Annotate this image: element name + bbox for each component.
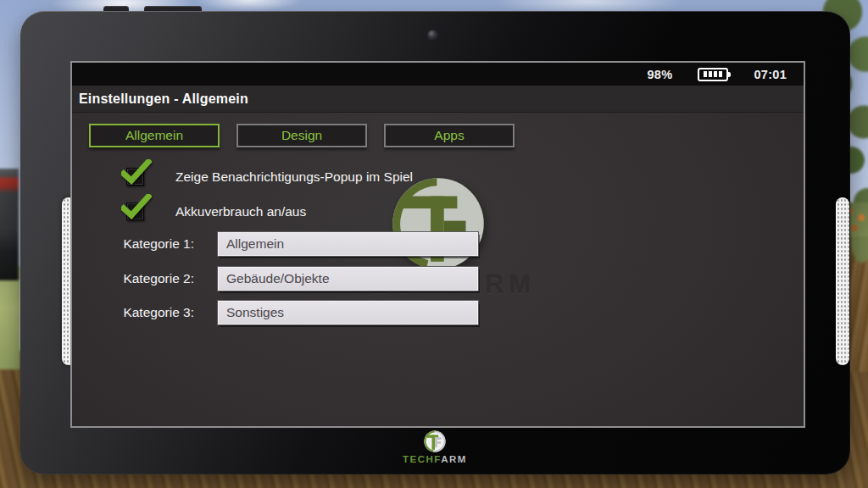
tractor bbox=[0, 169, 19, 280]
techfarm-brand-text: TECHFARM bbox=[363, 454, 507, 464]
clock: 07:01 bbox=[754, 68, 787, 81]
checkbox-label: Akkuverbrauch an/aus bbox=[175, 202, 306, 220]
grass-left bbox=[0, 266, 20, 369]
techfarm-watermark-logo-icon bbox=[391, 176, 486, 271]
techfarm-logo-icon bbox=[423, 430, 447, 453]
game-screenshot: 98% 07:01 Einstellungen - Allgemein bbox=[0, 0, 868, 488]
kategorie-3-input[interactable] bbox=[218, 301, 478, 324]
page-title: Einstellungen - Allgemein bbox=[79, 92, 248, 107]
kategorie-2-input[interactable] bbox=[218, 267, 478, 291]
battery-icon bbox=[698, 68, 728, 81]
tab-allgemein[interactable]: Allgemein bbox=[89, 124, 220, 147]
speaker-grille-right-icon bbox=[836, 197, 849, 365]
front-camera-icon bbox=[428, 30, 437, 39]
tab-apps[interactable]: Apps bbox=[384, 124, 515, 147]
title-bar: Einstellungen - Allgemein bbox=[72, 86, 804, 113]
brand-text-silver: ARM bbox=[441, 454, 467, 464]
tablet-device: 98% 07:01 Einstellungen - Allgemein bbox=[20, 11, 850, 474]
checkbox-label: Zeige Benachrichtigungs-Popup im Spiel bbox=[175, 168, 413, 186]
tab-design[interactable]: Design bbox=[236, 124, 367, 147]
checkbox-popup[interactable] bbox=[126, 168, 144, 186]
battery-percent: 98% bbox=[647, 68, 672, 81]
settings-tabs: Allgemein Design Apps bbox=[89, 124, 515, 147]
kategorie-2-label: Kategorie 2: bbox=[103, 267, 194, 291]
brand-text-green: TECHF bbox=[403, 454, 441, 464]
tablet-screen: 98% 07:01 Einstellungen - Allgemein bbox=[70, 61, 805, 428]
settings-content: TECHFARM Allgemein Design Apps Zeige Ben… bbox=[72, 113, 804, 428]
status-bar: 98% 07:01 bbox=[72, 63, 804, 86]
kategorie-1-input[interactable] bbox=[218, 232, 478, 256]
kategorie-1-label: Kategorie 1: bbox=[103, 232, 194, 256]
techfarm-brand: TECHFARM bbox=[363, 430, 507, 464]
kategorie-3-label: Kategorie 3: bbox=[103, 301, 194, 324]
checkbox-battery[interactable] bbox=[126, 202, 144, 220]
